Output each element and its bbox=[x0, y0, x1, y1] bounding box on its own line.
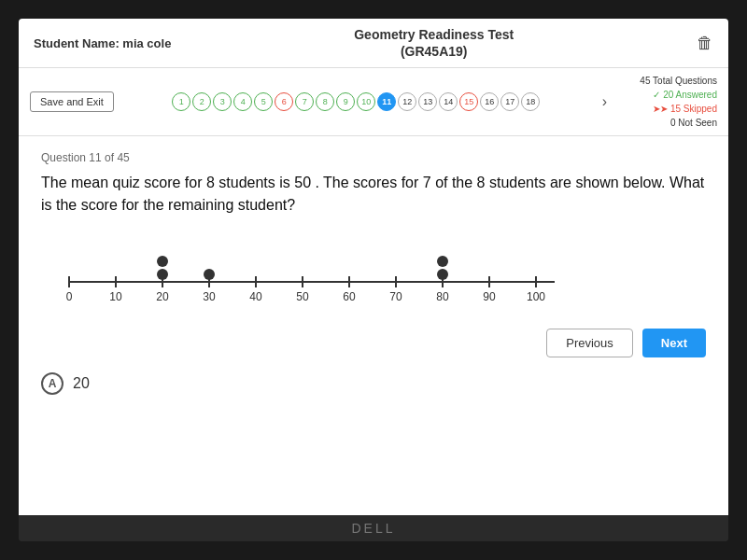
svg-text:100: 100 bbox=[527, 290, 545, 303]
number-line-container: 0 10 20 30 40 50 60 70 80 90 100 bbox=[50, 235, 706, 310]
svg-point-25 bbox=[204, 269, 215, 280]
total-questions: 45 Total Questions bbox=[614, 74, 717, 88]
question-circle-14[interactable]: 14 bbox=[439, 92, 458, 111]
previous-button[interactable]: Previous bbox=[546, 329, 633, 357]
question-circle-15[interactable]: 15 bbox=[459, 92, 478, 111]
save-exit-button[interactable]: Save and Exit bbox=[30, 91, 114, 112]
question-circle-18[interactable]: 18 bbox=[521, 92, 540, 111]
screen: Student Name: mia cole Geometry Readines… bbox=[19, 19, 728, 541]
answered-count: ✓ 20 Answered bbox=[614, 88, 717, 102]
trash-icon[interactable]: 🗑 bbox=[697, 34, 713, 53]
question-circle-17[interactable]: 17 bbox=[500, 92, 519, 111]
svg-text:70: 70 bbox=[389, 290, 402, 303]
buttons-area: Previous Next bbox=[41, 329, 706, 357]
question-text: The mean quiz score for 8 students is 50… bbox=[41, 172, 706, 217]
option-a-circle: A bbox=[41, 372, 63, 395]
header: Student Name: mia cole Geometry Readines… bbox=[19, 19, 728, 68]
not-seen-count: 0 Not Seen bbox=[614, 116, 717, 130]
question-circle-10[interactable]: 10 bbox=[357, 92, 375, 111]
svg-point-24 bbox=[157, 256, 168, 267]
question-circle-3[interactable]: 3 bbox=[213, 92, 232, 111]
question-circle-9[interactable]: 9 bbox=[336, 92, 355, 111]
svg-point-26 bbox=[437, 269, 448, 280]
question-circle-13[interactable]: 13 bbox=[418, 92, 437, 111]
question-circle-12[interactable]: 12 bbox=[398, 92, 416, 111]
content-area: Question 11 of 45 The mean quiz score fo… bbox=[19, 136, 728, 515]
dell-logo: DELL bbox=[19, 515, 728, 541]
question-circle-5[interactable]: 5 bbox=[254, 92, 273, 111]
nav-arrow-right[interactable]: › bbox=[599, 91, 611, 112]
svg-text:30: 30 bbox=[203, 290, 216, 303]
svg-text:50: 50 bbox=[296, 290, 309, 303]
svg-text:60: 60 bbox=[343, 290, 356, 303]
option-a-value: 20 bbox=[73, 375, 90, 392]
skipped-count: ➤➤ 15 Skipped bbox=[614, 102, 717, 116]
question-circle-7[interactable]: 7 bbox=[295, 92, 314, 111]
next-button[interactable]: Next bbox=[642, 329, 706, 357]
question-circle-6[interactable]: 6 bbox=[275, 92, 293, 111]
student-label: Student Name: bbox=[34, 36, 120, 50]
svg-point-27 bbox=[437, 256, 448, 267]
svg-text:20: 20 bbox=[156, 290, 169, 303]
svg-text:40: 40 bbox=[249, 290, 262, 303]
question-circle-1[interactable]: 1 bbox=[172, 92, 190, 111]
svg-text:90: 90 bbox=[483, 290, 496, 303]
question-label: Question 11 of 45 bbox=[41, 151, 706, 164]
test-title: Geometry Readiness Test (GR45A19) bbox=[354, 26, 514, 60]
question-circle-4[interactable]: 4 bbox=[233, 92, 252, 111]
question-circle-8[interactable]: 8 bbox=[316, 92, 334, 111]
number-line-svg: 0 10 20 30 40 50 60 70 80 90 100 bbox=[50, 235, 573, 310]
question-circle-2[interactable]: 2 bbox=[192, 92, 211, 111]
svg-point-23 bbox=[157, 269, 168, 280]
svg-text:0: 0 bbox=[66, 290, 73, 303]
svg-text:10: 10 bbox=[109, 290, 122, 303]
nav-bar: Save and Exit 12345678910111213141516171… bbox=[19, 68, 728, 136]
svg-text:80: 80 bbox=[436, 290, 449, 303]
question-circles: 123456789101112131415161718 bbox=[118, 92, 595, 111]
student-info: Student Name: mia cole bbox=[34, 36, 171, 50]
question-circle-11[interactable]: 11 bbox=[377, 92, 396, 111]
question-circle-16[interactable]: 16 bbox=[480, 92, 499, 111]
answer-option-a[interactable]: A 20 bbox=[41, 372, 706, 395]
stats-panel: 45 Total Questions ✓ 20 Answered ➤➤ 15 S… bbox=[614, 74, 717, 130]
student-name: mia cole bbox=[122, 36, 171, 50]
